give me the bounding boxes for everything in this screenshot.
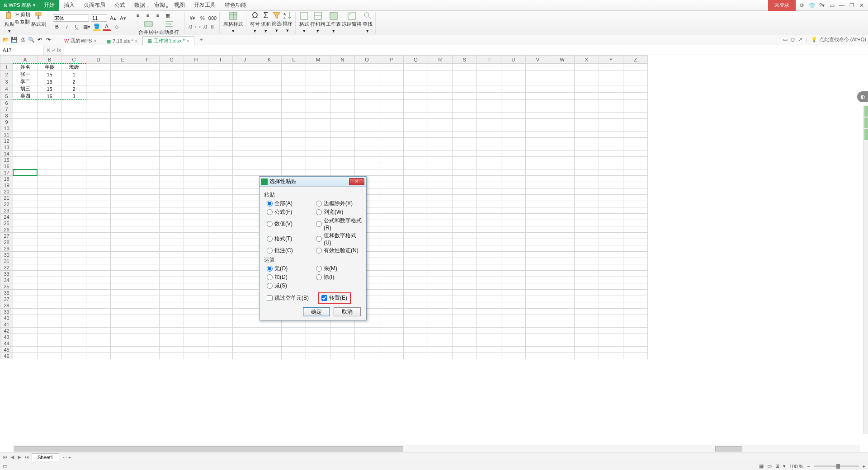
cell[interactable] [501,258,526,264]
cell[interactable] [526,113,550,119]
cell[interactable] [404,296,428,302]
cell[interactable] [453,125,477,132]
cell[interactable] [160,321,184,328]
cell[interactable] [550,296,575,302]
cell[interactable] [477,334,501,340]
skip-blanks-checkbox[interactable]: 跳过空单元(B) [267,292,309,304]
cell[interactable] [62,157,86,163]
cell[interactable] [355,78,379,85]
cell[interactable] [599,78,623,85]
cell[interactable] [526,138,550,144]
row-header[interactable]: 5 [0,93,13,100]
cell[interactable] [379,157,404,163]
paste-option[interactable]: 公式(F) [267,208,312,216]
cell[interactable] [184,340,208,347]
row-header[interactable]: 33 [0,271,13,277]
cell[interactable] [135,334,160,340]
cell[interactable] [208,315,233,321]
cell[interactable] [453,245,477,252]
cell[interactable] [135,309,160,315]
cell[interactable] [208,150,233,157]
row-header[interactable]: 28 [0,239,13,245]
cell[interactable] [477,245,501,252]
cell[interactable] [550,239,575,245]
cell[interactable] [550,214,575,220]
cell[interactable] [208,239,233,245]
cell[interactable] [330,71,355,78]
cell[interactable] [184,78,208,85]
font-color-button[interactable]: A [103,23,111,31]
cell[interactable] [38,163,62,169]
border-button[interactable]: ▦▾ [83,23,91,31]
cell[interactable] [379,340,404,347]
cell[interactable] [453,283,477,290]
cell[interactable] [599,302,623,309]
cell[interactable] [233,144,257,150]
cell[interactable] [208,64,233,71]
cell[interactable] [428,328,453,334]
cell[interactable] [550,138,575,144]
cell[interactable] [404,283,428,290]
help-icon[interactable]: ?▾ [818,2,826,9]
row-header[interactable]: 4 [0,85,13,93]
cell[interactable] [477,93,501,100]
cell[interactable] [404,214,428,220]
cell[interactable] [404,100,428,106]
cell[interactable] [355,132,379,138]
cell[interactable] [86,100,111,106]
cell[interactable] [404,252,428,258]
cell[interactable] [575,239,599,245]
decrease-decimal-icon[interactable]: ←.0 [198,23,207,31]
row-header[interactable]: 14 [0,150,13,157]
cell[interactable] [306,347,330,353]
cell[interactable] [282,353,306,359]
cell[interactable] [111,188,135,195]
cell[interactable] [453,163,477,169]
cell[interactable] [404,264,428,271]
cell[interactable] [38,334,62,340]
cell[interactable] [526,64,550,71]
cell[interactable] [623,321,648,328]
cell[interactable] [501,113,526,119]
cell[interactable] [62,176,86,182]
cell[interactable] [208,144,233,150]
cell[interactable] [62,271,86,277]
fx-confirm-icon[interactable]: ✓ [52,47,56,53]
cell[interactable] [453,328,477,334]
cell[interactable] [550,188,575,195]
worksheet-button[interactable]: 工作表▾ [326,11,341,34]
cell[interactable] [184,252,208,258]
cell[interactable] [477,78,501,85]
cell[interactable] [86,271,111,277]
cell[interactable] [184,132,208,138]
cell[interactable] [135,296,160,302]
cell[interactable] [111,220,135,226]
cell[interactable] [86,113,111,119]
cell[interactable] [550,144,575,150]
cell[interactable] [477,309,501,315]
cell[interactable] [135,188,160,195]
find-button[interactable]: 查找▾ [363,11,373,34]
cell[interactable] [233,169,257,176]
cell[interactable] [208,207,233,214]
cell[interactable] [257,340,282,347]
fill-color-button[interactable]: 🪣 [93,23,101,31]
cell[interactable] [501,163,526,169]
cell[interactable] [550,340,575,347]
cell[interactable] [501,157,526,163]
cell[interactable] [111,239,135,245]
cell[interactable] [111,100,135,106]
cell[interactable] [86,169,111,176]
cell[interactable] [379,245,404,252]
cell[interactable] [135,233,160,239]
cell[interactable] [404,157,428,163]
sort-button[interactable]: AZ排序▾ [283,11,292,34]
cell[interactable] [428,290,453,296]
cell[interactable] [306,144,330,150]
cell[interactable] [575,220,599,226]
cell[interactable] [208,157,233,163]
cell[interactable] [111,113,135,119]
cell[interactable] [623,239,648,245]
cell[interactable] [575,264,599,271]
cell[interactable] [38,245,62,252]
